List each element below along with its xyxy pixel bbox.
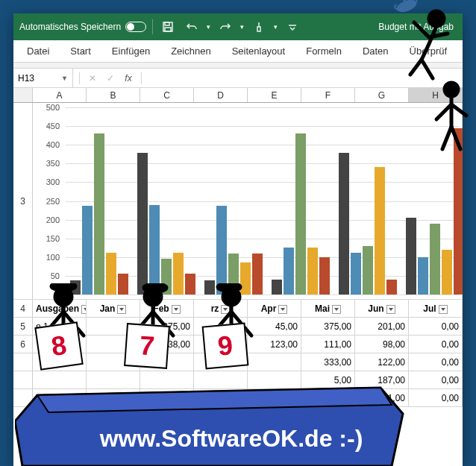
filter-dropdown-icon[interactable]: [439, 305, 448, 314]
filter-dropdown-icon[interactable]: [278, 305, 287, 314]
cell[interactable]: 122,00: [355, 353, 409, 371]
toggle-switch[interactable]: [125, 22, 146, 32]
cell[interactable]: 33,00: [301, 389, 355, 406]
cell[interactable]: [194, 371, 248, 388]
cell[interactable]: 187,00: [355, 371, 409, 388]
cell[interactable]: 201,00: [355, 318, 409, 335]
column-header-A[interactable]: A: [33, 88, 87, 102]
cell[interactable]: 441,00: [355, 389, 409, 406]
row-header[interactable]: [13, 371, 33, 388]
cell[interactable]: [33, 389, 87, 406]
embedded-chart[interactable]: 050100150200250300350400450500: [33, 103, 463, 299]
qat-customize-icon[interactable]: [284, 18, 301, 36]
column-header-F[interactable]: F: [301, 88, 355, 102]
tab-seitenlayout[interactable]: Seitenlayout: [222, 40, 296, 62]
column-header-C[interactable]: C: [140, 88, 194, 102]
bar[interactable]: [295, 133, 306, 295]
bar[interactable]: [351, 253, 361, 295]
bar-group: [133, 107, 200, 295]
dropdown-caret-icon[interactable]: ▾: [207, 23, 210, 31]
y-tick-label: 450: [46, 122, 60, 130]
svg-rect-2: [165, 28, 171, 31]
cell[interactable]: [33, 371, 87, 388]
bar[interactable]: [272, 280, 282, 295]
table-row: 33,00441,000,00: [13, 389, 463, 407]
cell[interactable]: [87, 371, 140, 388]
column-header-B[interactable]: B: [87, 88, 140, 102]
tab-formeln[interactable]: Formeln: [295, 40, 352, 62]
bar[interactable]: [339, 153, 349, 295]
cell[interactable]: 98,00: [355, 336, 409, 353]
cell[interactable]: 333,00: [301, 353, 355, 371]
cell[interactable]: 375,00: [301, 318, 355, 335]
fx-icon[interactable]: fx: [122, 73, 135, 84]
y-tick-label: 50: [51, 271, 60, 280]
cell[interactable]: 0,00: [409, 318, 463, 335]
redo-icon[interactable]: [216, 18, 234, 36]
separator: [152, 19, 153, 34]
bar[interactable]: [137, 153, 148, 295]
bar[interactable]: [442, 250, 452, 295]
filter-dropdown-icon[interactable]: [332, 305, 341, 314]
bar[interactable]: [406, 218, 416, 295]
bar[interactable]: [418, 257, 428, 295]
bar[interactable]: [82, 206, 93, 295]
cell[interactable]: 0,00: [409, 353, 463, 371]
cell[interactable]: [194, 389, 248, 406]
table-header-cell[interactable]: Jul: [409, 300, 463, 317]
tab-einfuegen[interactable]: Einfügen: [101, 40, 160, 62]
tab-start[interactable]: Start: [60, 40, 101, 62]
bar[interactable]: [149, 205, 160, 295]
dropdown-caret-icon[interactable]: ▾: [274, 23, 278, 31]
autosave-label: Automatisches Speichern: [19, 22, 121, 32]
cell[interactable]: 0,00: [409, 371, 463, 388]
enter-icon[interactable]: ✓: [104, 73, 117, 84]
cell[interactable]: [87, 389, 140, 406]
tab-zeichnen[interactable]: Zeichnen: [160, 40, 221, 62]
bar[interactable]: [363, 246, 373, 295]
bar[interactable]: [94, 133, 104, 295]
dropdown-caret-icon[interactable]: ▾: [240, 23, 244, 31]
cell[interactable]: [140, 371, 194, 388]
row-header[interactable]: [13, 389, 33, 406]
bar[interactable]: [185, 274, 195, 295]
y-tick-label: 350: [46, 159, 60, 168]
y-tick-label: 100: [46, 253, 60, 262]
tab-datei[interactable]: Datei: [16, 40, 60, 62]
bar[interactable]: [284, 248, 294, 295]
filter-dropdown-icon[interactable]: [386, 305, 395, 314]
table-header-cell[interactable]: Jun: [355, 300, 409, 317]
cell[interactable]: [248, 389, 301, 406]
column-header-G[interactable]: G: [355, 88, 409, 102]
name-box-value: H13: [18, 73, 34, 84]
column-header-E[interactable]: E: [248, 88, 301, 102]
column-headers: ABCDEFGH: [13, 88, 463, 103]
cell[interactable]: 5,00: [301, 371, 355, 388]
bar[interactable]: [106, 253, 116, 295]
bar[interactable]: [307, 248, 318, 295]
svg-point-6: [445, 83, 458, 96]
save-icon[interactable]: [159, 18, 177, 36]
select-all-corner[interactable]: [13, 88, 33, 102]
autosave-toggle[interactable]: Automatisches Speichern: [19, 22, 146, 32]
y-tick-label: 500: [46, 103, 60, 112]
undo-icon[interactable]: [183, 18, 201, 36]
bar[interactable]: [430, 224, 440, 295]
row-header[interactable]: 3: [13, 103, 33, 299]
bar[interactable]: [216, 206, 227, 295]
cell[interactable]: 0,00: [409, 336, 463, 353]
chevron-down-icon[interactable]: ▼: [61, 75, 68, 82]
cell[interactable]: [248, 371, 301, 388]
cell[interactable]: [140, 389, 194, 406]
name-box[interactable]: H13 ▼: [13, 69, 73, 87]
cell[interactable]: 111,00: [301, 336, 355, 353]
touch-mode-icon[interactable]: [250, 18, 268, 36]
svg-point-4: [429, 11, 444, 26]
bar[interactable]: [375, 167, 385, 295]
cancel-icon[interactable]: ✕: [86, 73, 99, 84]
column-header-D[interactable]: D: [194, 88, 248, 102]
bar[interactable]: [386, 280, 397, 295]
cell[interactable]: 0,00: [409, 389, 463, 406]
table-header-cell[interactable]: Mai: [301, 300, 355, 317]
bar[interactable]: [319, 257, 330, 295]
